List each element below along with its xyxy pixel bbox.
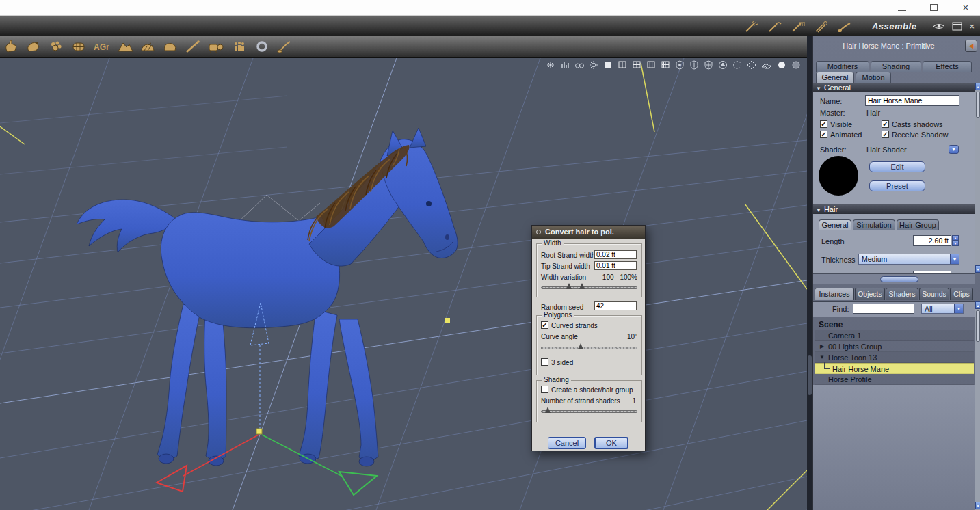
tree-item-horse-profile[interactable]: Horse Profile (815, 374, 974, 385)
root-strand-width-field[interactable] (594, 250, 637, 259)
terrain-tool-icon[interactable] (116, 38, 134, 55)
shader-preview-swatch[interactable] (819, 156, 858, 196)
filter-dropdown[interactable]: All ▼ (921, 304, 964, 314)
pointer-hand-tool-icon[interactable] (2, 38, 20, 55)
name-field[interactable] (865, 95, 959, 106)
expand-arrow-icon[interactable]: ▶ (820, 341, 824, 352)
stepper-down-icon[interactable]: ▼ (952, 241, 959, 246)
browser-scrollbar[interactable]: ▲ ▼ (975, 301, 980, 510)
dropdown-arrow-icon[interactable]: ▼ (950, 254, 959, 264)
tab-motion[interactable]: Motion (856, 72, 891, 83)
text-tool-icon[interactable]: AGr (92, 38, 111, 55)
curve-angle-slider[interactable] (541, 343, 637, 351)
preset-button[interactable]: Preset (869, 180, 925, 191)
ring-tool-icon[interactable] (253, 38, 271, 55)
edit-shader-button[interactable]: Edit (869, 161, 925, 172)
tree-item-lights-group[interactable]: ▶ 00 Lights Group (815, 341, 974, 352)
cancel-button[interactable]: Cancel (548, 437, 586, 449)
hair-pick-icon[interactable] (836, 20, 853, 33)
tab-effects[interactable]: Effects (923, 61, 972, 72)
casts-shadows-checkbox[interactable]: ✓ (882, 120, 889, 128)
hair-section-header[interactable]: ▼Hair (813, 204, 975, 214)
light-cone-lines[interactable] (0, 63, 807, 510)
mitt-tool-icon[interactable] (161, 38, 179, 55)
random-seed-field[interactable] (594, 301, 637, 310)
layout-three-col-icon[interactable] (646, 60, 657, 70)
visible-checkbox[interactable]: ✓ (820, 120, 827, 128)
hair-brush-icon[interactable] (743, 20, 760, 33)
shader-dropdown-button[interactable]: ▼ (949, 145, 959, 154)
camera-tool-icon[interactable] (207, 38, 226, 55)
needle-tool-icon[interactable] (184, 38, 202, 55)
layout-single-icon[interactable] (602, 60, 613, 70)
sparkle-icon[interactable] (545, 60, 556, 70)
layout-four-pane-icon[interactable] (631, 60, 642, 70)
planes-stack-icon[interactable] (760, 60, 773, 70)
minimize-button[interactable] (893, 2, 911, 14)
dropdown-arrow-icon[interactable]: ▼ (954, 304, 963, 313)
animated-checkbox[interactable]: ✓ (820, 131, 827, 138)
tab-shading[interactable]: Shading (871, 61, 921, 72)
length-stepper[interactable]: ▲ ▼ (952, 235, 959, 246)
scroll-thumb[interactable] (976, 310, 980, 342)
close-button[interactable]: × (957, 2, 975, 14)
scroll-up-icon[interactable]: ▲ (975, 83, 980, 90)
tab-objects[interactable]: Objects (855, 288, 885, 300)
binocular-icon[interactable] (574, 60, 585, 70)
dialog-titlebar[interactable]: Convert hair to pol. (532, 226, 645, 239)
splitter-handle[interactable] (880, 276, 918, 282)
pane-splitter[interactable] (813, 273, 975, 284)
waffle-tool-icon[interactable] (70, 38, 88, 55)
stepper-up-icon[interactable]: ▲ (952, 235, 959, 241)
sphere-gray-icon[interactable] (791, 60, 802, 70)
ok-button[interactable]: OK (594, 437, 628, 449)
shield-line-icon[interactable] (689, 60, 700, 70)
levels-icon[interactable] (559, 60, 570, 70)
sphere-white-icon[interactable] (776, 60, 787, 70)
create-shader-group-checkbox[interactable] (541, 386, 548, 393)
orbit-up-icon[interactable] (717, 60, 728, 70)
diamond-icon[interactable] (746, 60, 757, 70)
frame-icon[interactable] (952, 22, 962, 31)
eye-icon[interactable] (933, 22, 945, 31)
length-field[interactable] (913, 235, 951, 246)
tab-instances[interactable]: Instances (815, 288, 854, 300)
panel-collapse-button[interactable]: ◀ (965, 40, 977, 52)
tree-item-horse-toon-13[interactable]: ▼ Horse Toon 13 (815, 352, 974, 363)
push-hand-tool-icon[interactable] (25, 38, 42, 55)
viewport-scrollbar[interactable] (807, 36, 812, 510)
general-section-header[interactable]: ▼General (813, 83, 975, 92)
viewport-3d[interactable]: Convert hair to pol. Width Root Strand w… (0, 58, 807, 510)
panel-close-icon[interactable]: × (969, 22, 975, 31)
tip-strand-width-field[interactable] (594, 261, 637, 270)
scroll-down-icon[interactable]: ▼ (975, 265, 980, 273)
tab-modifiers[interactable]: Modifiers (816, 61, 869, 72)
hair-curl-icon[interactable] (767, 20, 783, 33)
layout-two-pane-icon[interactable] (617, 60, 628, 70)
three-sided-checkbox[interactable] (541, 358, 548, 366)
tab-sounds[interactable]: Sounds (919, 288, 949, 300)
hair-tab-hair-group[interactable]: Hair Group (897, 219, 939, 230)
properties-scrollbar[interactable]: ▲ ▼ (975, 83, 980, 273)
width-variation-slider[interactable] (541, 283, 637, 291)
shield-dot-icon[interactable] (674, 60, 685, 70)
tree-item-camera-1[interactable]: Camera 1 (815, 330, 974, 341)
sun-icon[interactable] (588, 60, 599, 70)
hair-wave-icon[interactable] (813, 20, 830, 33)
scroll-down-icon[interactable]: ▼ (975, 502, 980, 509)
shield-cross-icon[interactable] (703, 60, 714, 70)
thickness-dropdown[interactable]: Medium ▼ (858, 254, 959, 265)
crowd-tool-icon[interactable] (230, 38, 248, 55)
tab-general[interactable]: General (816, 72, 854, 83)
tree-item-hair-horse-mane[interactable]: Hair Horse Mane (815, 363, 974, 374)
curved-strands-checkbox[interactable]: ✓ (541, 321, 548, 329)
hair-comb-icon[interactable] (790, 20, 806, 33)
scroll-up-icon[interactable]: ▲ (975, 301, 980, 309)
splat-tool-icon[interactable] (47, 38, 65, 55)
dashed-circle-icon[interactable] (732, 60, 743, 70)
find-input[interactable] (853, 304, 914, 314)
scroll-thumb[interactable] (976, 92, 980, 118)
dome-tool-icon[interactable] (139, 38, 157, 55)
hair-tab-general[interactable]: General (819, 219, 851, 230)
hair-tab-simulation[interactable]: Simulation (853, 219, 895, 230)
